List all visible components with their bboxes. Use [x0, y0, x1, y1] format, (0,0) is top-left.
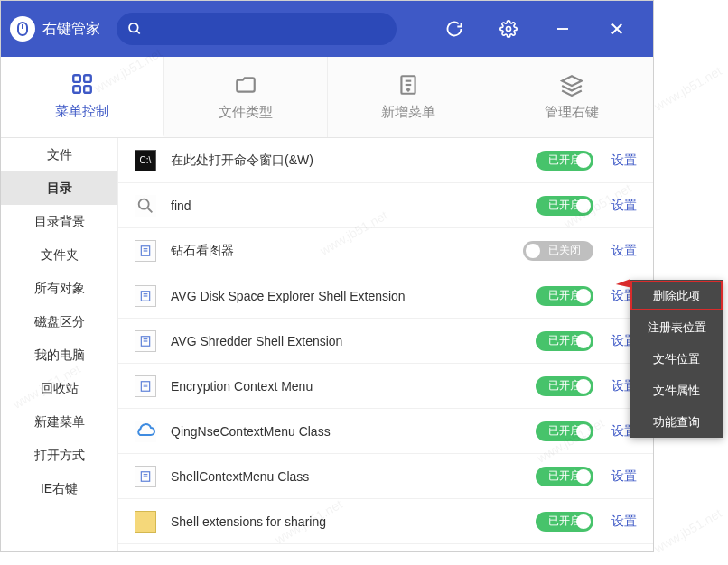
context-menu-item[interactable]: 文件位置	[630, 343, 723, 375]
list-row: C:\在此处打开命令窗口(&W)已开启设置	[118, 138, 653, 183]
status-badge[interactable]: 已开启	[536, 196, 593, 216]
list-row: ShellContextMenu Class已开启设置	[118, 454, 653, 499]
sidebar: 文件目录目录背景文件夹所有对象磁盘区分我的电脑回收站新建菜单打开方式IE右键	[1, 138, 118, 551]
sidebar-item[interactable]: 目录背景	[1, 205, 117, 238]
tab-manage-rightclick[interactable]: 管理右键	[490, 57, 653, 137]
row-label: 钻石看图器	[171, 243, 523, 259]
context-menu-item[interactable]: 删除此项	[630, 280, 723, 311]
folder-icon	[234, 73, 257, 97]
add-file-icon	[397, 73, 420, 97]
main-tabs: 菜单控制 文件类型 新增菜单 管理右键	[1, 57, 653, 138]
context-menu-item[interactable]: 功能查询	[630, 406, 723, 438]
watermark: www.jb51.net	[652, 505, 724, 555]
sidebar-item[interactable]: 文件夹	[1, 238, 117, 272]
tab-label: 新增菜单	[381, 104, 435, 121]
document-icon	[135, 285, 156, 307]
sidebar-item[interactable]: 回收站	[1, 372, 117, 405]
row-label: AVG Shredder Shell Extension	[171, 334, 536, 348]
titlebar-actions	[436, 11, 644, 47]
svg-rect-7	[84, 75, 91, 82]
tab-file-type[interactable]: 文件类型	[164, 57, 328, 137]
close-button[interactable]	[599, 11, 635, 47]
sidebar-item[interactable]: 我的电脑	[1, 338, 117, 372]
svg-line-1	[136, 31, 139, 33]
row-settings-link[interactable]: 设置	[611, 514, 637, 530]
row-settings-link[interactable]: 设置	[611, 198, 637, 214]
app-window: 右键管家 菜单控制 文件类型	[0, 0, 654, 552]
settings-button[interactable]	[490, 11, 527, 47]
tab-label: 文件类型	[219, 104, 273, 121]
list-row: Shell extensions for sharing已开启设置	[118, 499, 653, 544]
status-badge[interactable]: 已开启	[536, 151, 593, 171]
sidebar-item[interactable]: 新建菜单	[1, 405, 117, 439]
tab-menu-control[interactable]: 菜单控制	[1, 57, 164, 137]
svg-point-16	[139, 199, 149, 208]
row-label: Encryption Context Menu	[171, 379, 536, 394]
list-row: AVG Shredder Shell Extension已开启设置	[118, 319, 653, 364]
main-list: C:\在此处打开命令窗口(&W)已开启设置find已开启设置钻石看图器已关闭设置…	[118, 138, 653, 551]
grid-icon	[70, 72, 94, 96]
tab-label: 菜单控制	[55, 103, 109, 120]
document-icon	[135, 466, 156, 487]
list-row: QingNseContextMenu Class已开启设置	[118, 409, 653, 454]
status-badge[interactable]: 已开启	[536, 512, 593, 532]
sidebar-item[interactable]: 磁盘区分	[1, 305, 117, 338]
search-box[interactable]	[117, 13, 397, 45]
refresh-button[interactable]	[436, 11, 472, 47]
search-input[interactable]	[150, 23, 397, 36]
cmd-icon: C:\	[135, 150, 156, 171]
row-settings-link[interactable]: 设置	[611, 468, 637, 485]
magnifier-icon	[135, 195, 156, 217]
list-row: AVG Disk Space Explorer Shell Extension已…	[118, 273, 653, 319]
status-badge[interactable]: 已开启	[536, 286, 593, 306]
layers-icon	[560, 73, 583, 97]
row-label: find	[171, 199, 536, 213]
row-label: Shell extensions for sharing	[171, 514, 536, 529]
tab-new-menu[interactable]: 新增菜单	[328, 57, 491, 137]
row-label: QingNseContextMenu Class	[171, 424, 536, 439]
status-badge[interactable]: 已开启	[536, 331, 593, 351]
row-label: ShellContextMenu Class	[171, 469, 536, 484]
status-badge[interactable]: 已开启	[536, 421, 593, 441]
sidebar-item[interactable]: 所有对象	[1, 272, 117, 305]
watermark: www.jb51.net	[652, 63, 724, 113]
document-icon	[135, 330, 156, 352]
document-icon	[135, 375, 156, 397]
search-icon	[127, 21, 143, 37]
gear-icon	[499, 20, 518, 38]
svg-line-17	[148, 208, 153, 212]
context-menu-item[interactable]: 注册表位置	[630, 311, 723, 343]
svg-point-0	[129, 23, 138, 32]
folder-icon	[135, 511, 156, 533]
svg-point-2	[507, 27, 511, 32]
context-menu-item[interactable]: 文件属性	[630, 375, 723, 406]
sidebar-item[interactable]: 文件	[1, 138, 117, 171]
app-logo-icon	[10, 16, 35, 42]
minimize-icon	[555, 21, 571, 37]
svg-rect-9	[84, 86, 91, 93]
status-badge[interactable]: 已关闭	[523, 241, 593, 261]
svg-marker-15	[562, 76, 582, 86]
sidebar-item[interactable]: 打开方式	[1, 439, 117, 472]
cloud-icon	[135, 421, 156, 442]
app-title: 右键管家	[42, 20, 100, 39]
close-icon	[609, 21, 625, 37]
row-settings-link[interactable]: 设置	[611, 243, 637, 259]
sidebar-item[interactable]: 目录	[1, 171, 117, 205]
context-menu: 删除此项注册表位置文件位置文件属性功能查询	[630, 280, 723, 438]
status-badge[interactable]: 已开启	[536, 376, 593, 396]
list-row: 钻石看图器已关闭设置	[118, 228, 653, 273]
document-icon	[135, 240, 156, 262]
list-row: find已开启设置	[118, 183, 653, 228]
row-label: AVG Disk Space Explorer Shell Extension	[171, 289, 536, 303]
sidebar-item[interactable]: IE右键	[1, 472, 117, 505]
minimize-button[interactable]	[545, 11, 581, 47]
refresh-icon	[445, 20, 463, 38]
row-settings-link[interactable]: 设置	[611, 153, 637, 169]
svg-rect-6	[73, 75, 80, 82]
row-label: 在此处打开命令窗口(&W)	[171, 153, 536, 169]
status-badge[interactable]: 已开启	[536, 467, 593, 486]
content-area: 文件目录目录背景文件夹所有对象磁盘区分我的电脑回收站新建菜单打开方式IE右键 C…	[1, 138, 653, 551]
tab-label: 管理右键	[545, 104, 599, 121]
titlebar: 右键管家	[1, 1, 653, 57]
